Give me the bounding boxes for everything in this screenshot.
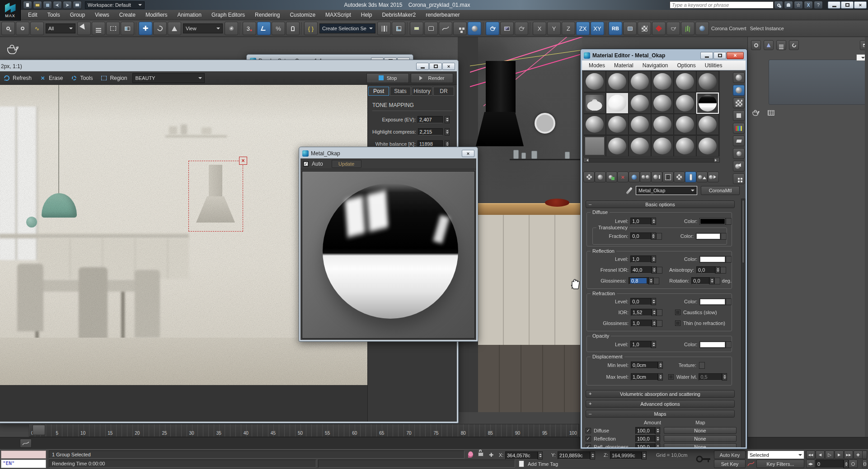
menu-item[interactable]: Animation	[173, 10, 206, 19]
curve-editor-icon[interactable]	[439, 22, 452, 35]
spinner[interactable]	[722, 373, 727, 381]
z-coordinate[interactable]: 164,9999c	[610, 451, 647, 460]
graphite-ribbon-icon[interactable]	[424, 22, 438, 35]
select-by-material-icon[interactable]	[733, 161, 745, 172]
spinner[interactable]	[651, 218, 656, 225]
displacement-texture-button[interactable]	[699, 362, 705, 369]
video-color-check-icon[interactable]	[733, 123, 745, 134]
material-type-button[interactable]: CoronaMtl	[701, 186, 740, 195]
close-button[interactable]: ×	[442, 63, 455, 70]
panel-scrollbar[interactable]	[865, 37, 868, 449]
menu-item[interactable]: Graph Editors	[207, 10, 249, 19]
scene-converter-icon[interactable]	[623, 22, 637, 35]
vfb-tab[interactable]: History	[412, 87, 432, 96]
sign-in-icon[interactable]	[784, 1, 793, 9]
menu-item[interactable]: Tools	[43, 10, 65, 19]
spinner[interactable]	[651, 298, 656, 305]
pick-material-eyedropper-icon[interactable]	[626, 187, 633, 194]
reflection-color-swatch[interactable]	[699, 256, 726, 263]
frame-spinner[interactable]	[844, 460, 849, 468]
restore-button[interactable]	[841, 1, 854, 9]
rollout-basic-options[interactable]: –Basic options	[586, 200, 735, 208]
map-slot-button[interactable]: None	[664, 443, 737, 447]
spinner[interactable]	[648, 277, 653, 284]
vfb-render-button[interactable]: Render	[411, 73, 453, 83]
mirror-icon[interactable]	[377, 22, 391, 35]
close-button[interactable]: ×	[462, 150, 474, 157]
x-coordinate[interactable]: 364,0578c	[505, 451, 543, 460]
rotation-field[interactable]: 0,0	[691, 277, 709, 284]
me-menu-item[interactable]: Utilities	[701, 61, 727, 70]
reflection-glossiness-field[interactable]: 0,8	[629, 277, 648, 284]
spinner[interactable]	[658, 362, 663, 369]
time-slider-handle[interactable]	[33, 425, 45, 435]
sample-slot[interactable]	[583, 135, 606, 157]
select-object-icon[interactable]	[77, 22, 91, 35]
go-to-end-button[interactable]: ▶▶	[844, 450, 853, 459]
spinner[interactable]	[445, 128, 450, 135]
reflection-level-field[interactable]: 1,0	[630, 255, 651, 263]
go-forward-to-sibling-icon[interactable]	[708, 172, 719, 182]
selection-set-key-dropdown[interactable]: Selected	[747, 450, 804, 459]
select-by-name-icon[interactable]	[92, 22, 105, 35]
refraction-glossiness-field[interactable]: 1,0	[631, 320, 652, 327]
menu-item[interactable]: Help	[357, 10, 377, 19]
value-field[interactable]: 2,407	[418, 116, 443, 123]
map-amount-field[interactable]: 100,0	[635, 427, 655, 434]
material-editor-icon[interactable]	[468, 22, 481, 35]
select-gizmo-icon[interactable]: ✚	[854, 450, 863, 459]
key-filters-button[interactable]: Key Filters...	[756, 460, 804, 468]
menu-item[interactable]: Create	[115, 10, 140, 19]
params-scrollbar[interactable]	[741, 199, 746, 447]
options-icon[interactable]	[733, 148, 745, 159]
spinner[interactable]	[655, 443, 660, 448]
favorites-star-icon[interactable]: ☆	[794, 1, 803, 9]
scene-range-hood[interactable]	[486, 61, 516, 113]
sample-slot[interactable]	[674, 135, 696, 157]
spinner[interactable]	[652, 266, 657, 274]
opacity-color-map-button[interactable]	[726, 341, 732, 348]
menu-item[interactable]: Views	[90, 10, 114, 19]
save-icon[interactable]	[43, 1, 52, 9]
sample-slot[interactable]	[651, 93, 674, 114]
teapot-button-icon[interactable]	[751, 109, 760, 117]
spinner[interactable]	[655, 435, 660, 442]
sample-slot[interactable]	[696, 135, 719, 157]
maximize-button[interactable]	[713, 52, 726, 59]
sample-slot[interactable]	[606, 71, 629, 92]
vfb-erase-button[interactable]: × Erase	[37, 73, 66, 83]
get-material-icon[interactable]	[583, 172, 595, 182]
minimize-button[interactable]	[416, 63, 429, 70]
modify-tab-icon[interactable]	[764, 40, 774, 50]
reflection-color-map-button[interactable]	[726, 256, 732, 263]
auto-key-button[interactable]: Auto Key	[714, 450, 746, 459]
redo-icon[interactable]: ➤	[63, 1, 72, 9]
axis-xy-button[interactable]: XY	[591, 22, 604, 35]
background-icon[interactable]	[733, 98, 745, 108]
sample-slot[interactable]	[651, 71, 674, 92]
map-enable-checkbox[interactable]	[586, 428, 591, 433]
refraction-color-swatch[interactable]	[699, 298, 726, 305]
snap-toggle-3d-icon[interactable]: 3●	[243, 22, 256, 35]
sample-slot[interactable]	[674, 71, 696, 92]
axis-y-button[interactable]: Y	[547, 22, 561, 35]
rollout-volumetric[interactable]: +Volumetric absorption and scattering	[586, 390, 735, 398]
set-key-button[interactable]: Set Key	[714, 460, 746, 468]
select-instance-label[interactable]: Select Instance	[750, 26, 784, 31]
sample-slot[interactable]	[674, 93, 696, 114]
sample-slot[interactable]	[606, 114, 629, 135]
select-rotate-icon[interactable]	[153, 22, 167, 35]
map-enable-checkbox[interactable]	[586, 436, 591, 441]
community-icon[interactable]: X	[804, 1, 813, 9]
value-field[interactable]: 2,215	[418, 128, 443, 135]
put-to-library-icon[interactable]	[651, 172, 662, 182]
corona-checker-icon[interactable]	[638, 22, 651, 35]
diffuse-level-field[interactable]: 1,0	[630, 218, 651, 225]
renderbeamer-rb-button[interactable]: RB	[609, 22, 622, 35]
grass-scatter-icon[interactable]	[681, 22, 694, 35]
sample-slot[interactable]	[696, 93, 719, 114]
spinner[interactable]	[715, 266, 720, 274]
spinner[interactable]	[658, 373, 663, 381]
me-menu-item[interactable]: Options	[673, 61, 699, 70]
ior-map-button[interactable]	[657, 309, 662, 316]
